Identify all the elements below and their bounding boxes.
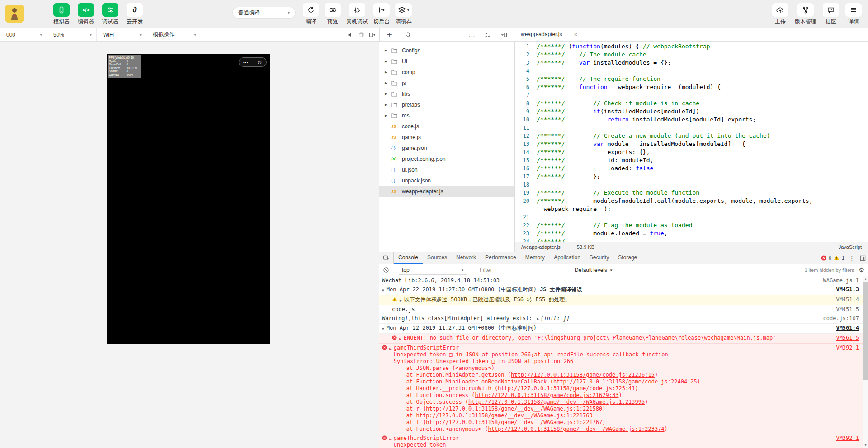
stack-link[interactable]: http://127.0.0.1:31158/game/code.js:2162… bbox=[475, 392, 619, 398]
scroll-up-arrow[interactable]: ▲ bbox=[863, 276, 868, 282]
tab-weapp-adapter[interactable]: weapp-adapter.js × bbox=[515, 28, 583, 41]
compile-mode-select[interactable]: 普通编译 ▾ bbox=[232, 7, 296, 19]
stack-link[interactable]: http://127.0.0.1:31158/game/__dev__/WAGa… bbox=[426, 419, 602, 425]
search-icon[interactable] bbox=[405, 31, 412, 38]
more-options-icon[interactable]: … bbox=[468, 31, 475, 38]
capsule-exit-button[interactable]: ◎ bbox=[253, 60, 267, 65]
tree-item-game.js[interactable]: JSgame.js bbox=[379, 132, 514, 143]
tree-item-unpack.json[interactable]: { }unpack.json bbox=[379, 175, 514, 186]
source-link[interactable]: code.js:107 bbox=[823, 315, 859, 322]
scroll-down-arrow[interactable]: ▼ bbox=[863, 443, 868, 448]
source-link[interactable]: VM561:4 bbox=[836, 325, 859, 331]
clear-console-icon[interactable] bbox=[383, 267, 389, 273]
kebab-menu-icon[interactable]: ⋮ bbox=[847, 255, 857, 261]
tree-item-comp[interactable]: ▶comp bbox=[379, 67, 514, 78]
device-select[interactable]: 000 ▾ bbox=[0, 28, 47, 41]
stack-link[interactable]: http://127.0.0.1:31158/game/__dev__/WAGa… bbox=[488, 426, 664, 432]
dock-side-icon[interactable] bbox=[859, 255, 866, 261]
close-icon[interactable]: × bbox=[574, 31, 577, 38]
version-control-button[interactable]: 版本管理 bbox=[795, 3, 816, 26]
mute-speaker-icon[interactable] bbox=[347, 31, 354, 38]
tree-item-res[interactable]: ▶res bbox=[379, 110, 514, 121]
detach-panel-icon[interactable] bbox=[368, 31, 376, 38]
source-link[interactable]: VM451:3 bbox=[836, 286, 859, 293]
devtools-tab-network[interactable]: Network bbox=[452, 252, 481, 264]
devtools-tab-storage[interactable]: Storage bbox=[613, 252, 642, 264]
console-filter-input[interactable] bbox=[477, 266, 570, 274]
source-link[interactable]: VM451:5 bbox=[836, 306, 859, 313]
remote-debug-button[interactable]: 真机调试 bbox=[346, 3, 368, 26]
source-link[interactable]: VM451:4 bbox=[836, 296, 859, 303]
stack-link[interactable]: http://127.0.0.1:31158/game/__dev__/WAGa… bbox=[416, 412, 593, 419]
details-button[interactable]: 详情 bbox=[845, 3, 862, 26]
devtools-tab-sources[interactable]: Sources bbox=[423, 252, 452, 264]
stack-link[interactable]: http://127.0.0.1:31158/game/__dev__/WAGa… bbox=[426, 406, 602, 412]
windows-icon[interactable] bbox=[358, 31, 365, 38]
console-scrollbar[interactable]: ▲ ▼ bbox=[863, 276, 868, 448]
device-screen[interactable]: FPS(WebGL)60 16Sprite0DrawCall0CurMem30.… bbox=[107, 54, 270, 344]
expander-icon[interactable]: ▶ bbox=[389, 436, 392, 443]
zoom-select[interactable]: 50% ▾ bbox=[47, 28, 97, 41]
add-file-button[interactable]: + bbox=[387, 31, 392, 39]
tree-item-libs[interactable]: ▶libs bbox=[379, 89, 514, 99]
editor-toggle-button[interactable]: </> 编辑器 bbox=[78, 3, 94, 26]
devtools-tab-memory[interactable]: Memory bbox=[521, 252, 549, 264]
collapse-all-icon[interactable] bbox=[484, 31, 491, 38]
open-editors-icon[interactable] bbox=[500, 31, 508, 38]
tree-item-prefabs[interactable]: ▶prefabs bbox=[379, 99, 514, 110]
tree-item-weapp-adapter.js[interactable]: JSweapp-adapter.js bbox=[379, 186, 514, 197]
source-link[interactable]: VM561:5 bbox=[836, 335, 859, 341]
source-link[interactable]: VM392:1 bbox=[836, 435, 859, 442]
source-link[interactable]: VM392:1 bbox=[836, 345, 859, 351]
folder-expand-icon[interactable]: ▶ bbox=[385, 49, 391, 52]
context-select[interactable]: top ▼ bbox=[399, 266, 467, 275]
upload-button[interactable]: 上传 bbox=[772, 3, 788, 26]
stack-link[interactable]: http://127.0.0.1:31158/game/code.js:2240… bbox=[553, 378, 697, 385]
compile-button[interactable]: 编译 bbox=[303, 3, 319, 26]
community-button[interactable]: 社区 bbox=[823, 3, 839, 26]
expander-icon[interactable]: ▶ bbox=[400, 297, 402, 304]
stack-link[interactable]: http://127.0.0.1:31158/game/code.js:725:… bbox=[498, 385, 635, 392]
switch-background-button[interactable]: 切后台 bbox=[373, 3, 390, 26]
group-expander-icon[interactable]: ▼ bbox=[382, 287, 384, 294]
source-link[interactable]: WAGame.js:1 bbox=[823, 277, 859, 284]
devtools-tab-security[interactable]: Security bbox=[585, 252, 613, 264]
group-expander-icon[interactable]: ▼ bbox=[382, 326, 384, 332]
tree-item-code.js[interactable]: JScode.js bbox=[379, 121, 514, 132]
folder-expand-icon[interactable]: ▶ bbox=[385, 103, 391, 107]
tree-item-js[interactable]: ▶js bbox=[379, 78, 514, 89]
devtools-tab-console[interactable]: Console bbox=[394, 252, 423, 264]
tree-item-ui.json[interactable]: { }ui.json bbox=[379, 164, 514, 175]
folder-expand-icon[interactable]: ▶ bbox=[385, 60, 391, 63]
folder-expand-icon[interactable]: ▶ bbox=[385, 81, 391, 85]
devtools-tab-application[interactable]: Application bbox=[549, 252, 585, 264]
cloud-dev-button[interactable]: ∂ 云开发 bbox=[127, 3, 143, 26]
folder-expand-icon[interactable]: ▶ bbox=[385, 70, 391, 74]
code-lines[interactable]: 1/******/ (function(modules) { // webpac… bbox=[515, 42, 868, 242]
folder-expand-icon[interactable]: ▶ bbox=[385, 92, 391, 96]
expander-icon[interactable]: ▶ bbox=[389, 345, 392, 352]
capsule-more-button[interactable]: ••• bbox=[239, 60, 253, 64]
simulator-toggle-button[interactable]: 模拟器 bbox=[53, 3, 70, 26]
preview-button[interactable]: 预览 bbox=[325, 3, 341, 26]
tree-item-game.json[interactable]: { }game.json bbox=[379, 143, 514, 154]
tree-item-UI[interactable]: ▶UI bbox=[379, 56, 514, 67]
folder-expand-icon[interactable]: ▶ bbox=[385, 114, 391, 117]
expander-icon[interactable]: ▶ bbox=[399, 336, 401, 342]
user-avatar[interactable] bbox=[5, 5, 24, 23]
clear-cache-button[interactable]: ▾ 清缓存 bbox=[395, 3, 412, 26]
stack-link[interactable]: http://127.0.0.1:31158/game/code.js:2123… bbox=[511, 372, 655, 378]
sim-action-select[interactable]: 模拟操作 ▾ bbox=[146, 28, 201, 41]
debugger-toggle-button[interactable]: 调试器 bbox=[102, 3, 118, 26]
object-expander-icon[interactable]: ▶ bbox=[537, 317, 539, 321]
stack-link[interactable]: http://127.0.0.1:31158/game/__dev__/WAGa… bbox=[468, 399, 645, 405]
devtools-tab-performance[interactable]: Performance bbox=[481, 252, 521, 264]
scrollbar-thumb[interactable] bbox=[863, 282, 868, 380]
inspect-element-button[interactable] bbox=[379, 252, 394, 264]
tree-item-Configs[interactable]: ▶Configs bbox=[379, 45, 514, 56]
tree-item-project.config.json[interactable]: {o}project.config.json bbox=[379, 154, 514, 164]
object-preview[interactable]: {init: ƒ} bbox=[540, 315, 570, 322]
console-settings-gear-icon[interactable]: ⚙ bbox=[859, 267, 864, 273]
log-levels-select[interactable]: Default levels ▼ bbox=[575, 267, 613, 273]
network-select[interactable]: WiFi ▾ bbox=[97, 28, 146, 41]
